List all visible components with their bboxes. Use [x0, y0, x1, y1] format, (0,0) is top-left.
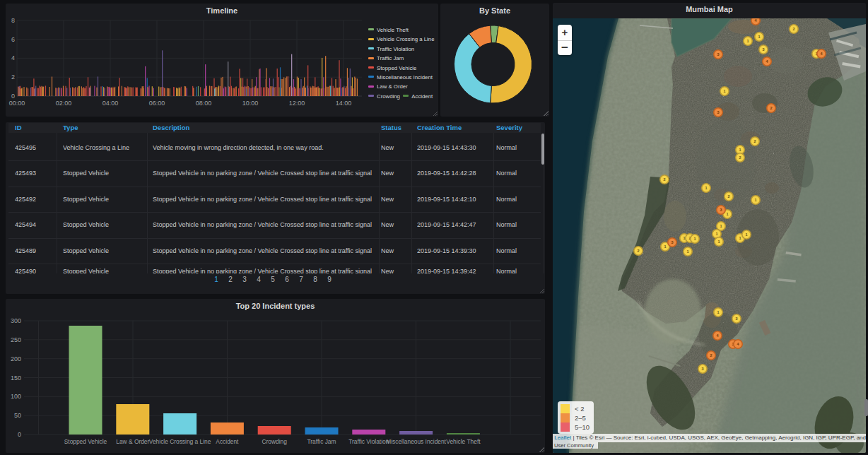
- svg-text:Law & Order: Law & Order: [116, 438, 149, 445]
- svg-text:250: 250: [11, 336, 21, 343]
- svg-text:04:00: 04:00: [102, 100, 119, 107]
- svg-text:3: 3: [671, 240, 673, 244]
- svg-text:1: 1: [686, 249, 688, 254]
- svg-text:1: 1: [720, 224, 722, 228]
- svg-text:2: 2: [710, 353, 712, 358]
- svg-text:1: 1: [739, 148, 741, 152]
- svg-text:1: 1: [746, 39, 749, 43]
- svg-text:Traffic Jam: Traffic Jam: [307, 438, 336, 445]
- svg-text:10:00: 10:00: [242, 100, 259, 107]
- svg-text:0: 0: [18, 431, 21, 438]
- svg-text:1: 1: [758, 35, 760, 39]
- svg-text:3: 3: [717, 110, 719, 114]
- svg-text:150: 150: [11, 374, 21, 382]
- svg-text:Vehicle Crossing a Line: Vehicle Crossing a Line: [149, 438, 211, 445]
- svg-text:2: 2: [663, 177, 665, 182]
- svg-text:Crowding: Crowding: [262, 438, 288, 445]
- svg-text:3: 3: [720, 208, 722, 212]
- svg-text:3: 3: [735, 317, 737, 321]
- svg-text:3: 3: [717, 52, 719, 57]
- svg-text:8: 8: [11, 17, 15, 24]
- svg-text:2: 2: [792, 27, 794, 31]
- svg-text:2: 2: [770, 106, 772, 110]
- svg-text:12:00: 12:00: [289, 100, 305, 107]
- svg-text:2: 2: [739, 155, 741, 160]
- svg-text:1: 1: [739, 236, 741, 240]
- svg-text:1: 1: [705, 186, 707, 190]
- svg-text:14:00: 14:00: [336, 100, 352, 107]
- svg-text:0: 0: [11, 93, 15, 100]
- svg-text:1: 1: [715, 232, 717, 236]
- svg-text:1: 1: [754, 198, 756, 202]
- svg-text:4: 4: [11, 54, 15, 61]
- svg-text:1: 1: [664, 244, 666, 249]
- svg-text:1: 1: [717, 310, 719, 314]
- svg-text:50: 50: [14, 412, 21, 419]
- svg-text:02:00: 02:00: [56, 100, 72, 107]
- svg-text:1: 1: [745, 232, 747, 237]
- svg-text:200: 200: [11, 355, 21, 362]
- svg-text:3: 3: [762, 47, 764, 52]
- svg-text:Vehicle Theft: Vehicle Theft: [446, 438, 481, 445]
- svg-text:2: 2: [727, 194, 729, 199]
- svg-text:06:00: 06:00: [149, 100, 165, 107]
- svg-text:3: 3: [701, 367, 703, 371]
- svg-text:Accident: Accident: [216, 438, 239, 445]
- svg-text:Traffic Violation: Traffic Violation: [348, 438, 389, 445]
- svg-text:Stopped Vehicle: Stopped Vehicle: [64, 438, 107, 445]
- svg-text:1: 1: [693, 237, 696, 241]
- svg-text:Miscellaneous Incident: Miscellaneous Incident: [386, 438, 446, 445]
- svg-text:1: 1: [726, 212, 728, 216]
- svg-text:2: 2: [637, 249, 639, 253]
- svg-text:100: 100: [11, 393, 21, 400]
- svg-text:08:00: 08:00: [196, 100, 212, 107]
- svg-text:1: 1: [723, 89, 725, 93]
- svg-text:2: 2: [11, 73, 15, 81]
- svg-text:300: 300: [11, 317, 21, 324]
- svg-text:6: 6: [11, 36, 15, 43]
- svg-text:2: 2: [753, 139, 756, 143]
- svg-text:00:00: 00:00: [9, 100, 25, 107]
- svg-text:1: 1: [717, 240, 720, 244]
